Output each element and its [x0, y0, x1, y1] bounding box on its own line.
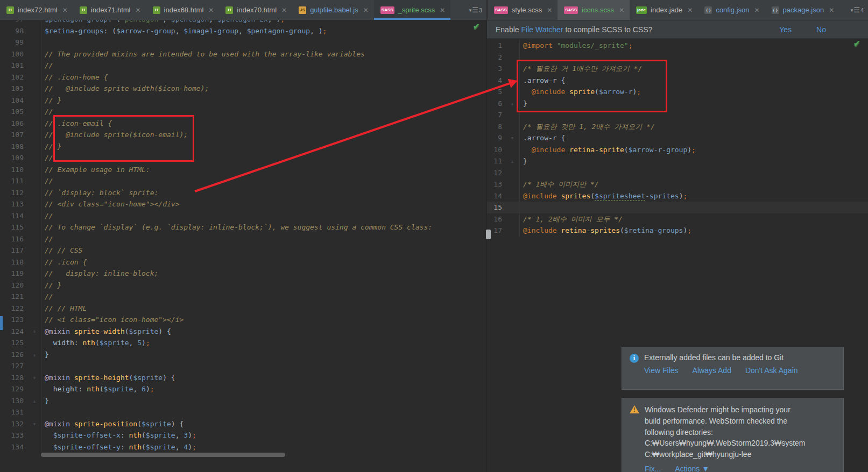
fold-marker-icon[interactable]: ▵ — [505, 155, 519, 167]
tab-close-icon[interactable]: ✕ — [754, 6, 760, 14]
fold-marker-icon[interactable]: ▵ — [28, 349, 41, 361]
line-number[interactable]: 98 — [0, 25, 28, 37]
code-line-128[interactable]: 128▿@mixin sprite-height($sprite) { — [0, 372, 486, 384]
code-line-134[interactable]: 134 $sprite-offset-y: nth($sprite, 4); — [0, 441, 486, 453]
tab-style.scss[interactable]: SASSstyle.scss✕ — [488, 0, 558, 20]
line-number[interactable]: 99 — [0, 37, 28, 48]
fold-marker-icon[interactable]: ▿ — [28, 372, 41, 384]
notification-link-actions-[interactable]: Actions ▼ — [675, 464, 709, 472]
fold-marker-icon[interactable]: ▿ — [28, 418, 41, 430]
line-number[interactable]: 126 — [0, 349, 28, 361]
tab-index71.html[interactable]: Hindex71.html✕ — [73, 0, 146, 20]
line-number[interactable]: 120 — [0, 280, 28, 291]
line-number[interactable]: 127 — [0, 360, 28, 372]
tab-package.json[interactable]: { }package.json✕ — [765, 0, 840, 20]
code-line-118[interactable]: 118// .icon { — [0, 256, 486, 268]
code-line-9[interactable]: 9▿.arrow-r { — [487, 132, 868, 144]
line-number[interactable]: 15 — [487, 202, 505, 213]
inspections-ok-icon[interactable]: ✔ — [473, 22, 480, 31]
line-number[interactable]: 97 — [0, 20, 28, 25]
code-line-121[interactable]: 121// — [0, 291, 486, 303]
line-number[interactable]: 7 — [487, 109, 505, 121]
line-number[interactable]: 102 — [0, 71, 28, 83]
code-line-10[interactable]: 10 @include retina-sprite($arrow-r-group… — [487, 144, 868, 156]
line-number[interactable]: 112 — [0, 187, 28, 199]
line-number[interactable]: 122 — [0, 303, 28, 314]
code-line-124[interactable]: 124▿@mixin sprite-width($sprite) { — [0, 326, 486, 338]
line-number[interactable]: 133 — [0, 430, 28, 441]
tab-close-icon[interactable]: ✕ — [363, 6, 369, 14]
code-line-129[interactable]: 129 height: nth($sprite, 6); — [0, 383, 486, 395]
code-line-1[interactable]: 1@import "modules/_sprite"; — [487, 40, 868, 52]
line-number[interactable]: 106 — [0, 118, 28, 130]
line-number[interactable]: 117 — [0, 245, 28, 256]
line-number[interactable]: 14 — [487, 190, 505, 202]
code-line-15[interactable]: 15 — [487, 202, 868, 213]
line-number[interactable]: 108 — [0, 141, 28, 153]
line-number[interactable]: 16 — [487, 213, 505, 225]
tab-close-icon[interactable]: ✕ — [62, 6, 68, 14]
code-line-17[interactable]: 17@include retina-sprites($retina-groups… — [487, 225, 868, 237]
code-line-101[interactable]: 101// — [0, 60, 486, 71]
line-number[interactable]: 130 — [0, 395, 28, 407]
code-line-114[interactable]: 114// — [0, 210, 486, 222]
line-number[interactable]: 10 — [487, 144, 505, 156]
line-number[interactable]: 110 — [0, 164, 28, 176]
notification-link-view-files[interactable]: View Files — [644, 366, 679, 375]
line-number[interactable]: 131 — [0, 406, 28, 418]
code-line-115[interactable]: 115// To change `display` (e.g. `display… — [0, 221, 486, 233]
line-number[interactable]: 6 — [487, 98, 505, 110]
notification-link-fix-[interactable]: Fix... — [645, 464, 661, 472]
line-number[interactable]: 12 — [487, 167, 505, 179]
line-number[interactable]: 116 — [0, 233, 28, 245]
code-line-133[interactable]: 133 $sprite-offset-x: nth($sprite, 3); — [0, 430, 486, 441]
tab-close-icon[interactable]: ✕ — [440, 6, 445, 14]
code-line-123[interactable]: 123// <i class="icon icon-home"></i> — [0, 314, 486, 326]
line-number[interactable]: 123 — [0, 314, 28, 326]
line-number[interactable]: 2 — [487, 52, 505, 63]
line-number[interactable]: 121 — [0, 291, 28, 303]
line-number[interactable]: 119 — [0, 268, 28, 280]
line-number[interactable]: 125 — [0, 337, 28, 349]
line-number[interactable]: 118 — [0, 256, 28, 268]
line-number[interactable]: 8 — [487, 121, 505, 133]
inspections-ok-icon[interactable]: ✔ — [853, 39, 860, 48]
line-number[interactable]: 9 — [487, 132, 505, 144]
splitter-handle[interactable] — [486, 230, 491, 239]
tab-close-icon[interactable]: ✕ — [547, 6, 552, 14]
code-line-12[interactable]: 12 — [487, 167, 868, 179]
line-number[interactable]: 107 — [0, 129, 28, 141]
tab-_sprite.scss[interactable]: SASS_sprite.scss✕ — [374, 0, 451, 20]
code-line-102[interactable]: 102// .icon-home { — [0, 71, 486, 83]
line-number[interactable]: 101 — [0, 60, 28, 71]
hidden-tabs-dropdown[interactable]: ▾☰4 — [846, 0, 868, 20]
code-line-126[interactable]: 126▵} — [0, 349, 486, 361]
code-line-117[interactable]: 117// // CSS — [0, 245, 486, 256]
line-number[interactable]: 124 — [0, 326, 28, 338]
tab-close-icon[interactable]: ✕ — [619, 6, 624, 14]
tab-gulpfile.babel.js[interactable]: JSgulpfile.babel.js✕ — [292, 0, 374, 20]
line-number[interactable]: 103 — [0, 83, 28, 95]
tab-index68.html[interactable]: Hindex68.html✕ — [146, 0, 220, 20]
line-number[interactable]: 104 — [0, 95, 28, 106]
line-number[interactable]: 3 — [487, 63, 505, 75]
tab-close-icon[interactable]: ✕ — [136, 6, 141, 14]
code-line-122[interactable]: 122// // HTML — [0, 303, 486, 314]
banner-yes-button[interactable]: Yes — [779, 25, 792, 34]
tab-config.json[interactable]: { }config.json✕ — [698, 0, 765, 20]
line-number[interactable]: 114 — [0, 210, 28, 222]
code-line-100[interactable]: 100// The provided mixins are intended t… — [0, 48, 486, 60]
tab-close-icon[interactable]: ✕ — [281, 6, 287, 14]
code-line-8[interactable]: 8/* 필요한 것만 1, 2배수 가져오기 */ — [487, 121, 868, 133]
fold-marker-icon[interactable]: ▿ — [505, 132, 519, 144]
tab-icons.scss[interactable]: SASSicons.scss✕ — [558, 0, 630, 20]
line-number[interactable]: 132 — [0, 418, 28, 430]
notification-link-don-t-ask-again[interactable]: Don't Ask Again — [745, 366, 798, 375]
tab-close-icon[interactable]: ✕ — [829, 6, 834, 14]
line-number[interactable]: 128 — [0, 372, 28, 384]
line-number[interactable]: 1 — [487, 40, 505, 52]
line-number[interactable]: 129 — [0, 383, 28, 395]
code-line-97[interactable]: 97$pentagon-group: ('pentagon', $pentago… — [0, 20, 486, 25]
code-line-130[interactable]: 130▵} — [0, 395, 486, 407]
code-line-132[interactable]: 132▿@mixin sprite-position($sprite) { — [0, 418, 486, 430]
